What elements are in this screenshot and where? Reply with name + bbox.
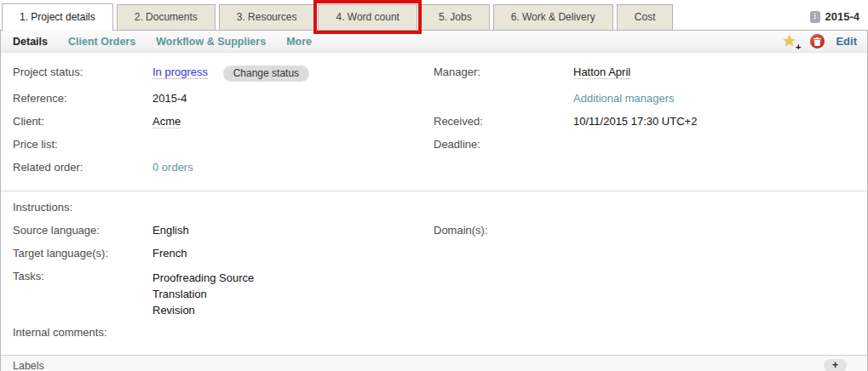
empty-value [573, 246, 855, 247]
tab-cost[interactable]: Cost [617, 4, 674, 30]
add-label-button[interactable]: + [824, 359, 847, 371]
empty-value [573, 200, 855, 201]
row-targetlang: Target language(s): French [13, 246, 855, 269]
row-client-received: Client: Acme Received: 10/11/2015 17:30 … [13, 114, 855, 137]
empty-value [573, 325, 855, 326]
source-language-label: Source language: [13, 223, 152, 237]
manager-label: Manager: [434, 65, 573, 78]
additional-managers-cell: Additional managers [573, 91, 855, 105]
subnav-workflow-suppliers[interactable]: Workflow & Suppliers [156, 36, 266, 48]
instructions-value [152, 200, 434, 201]
empty-label [434, 91, 573, 92]
row-tasks: Tasks: Proofreading Source Translation R… [13, 269, 855, 318]
empty-label [434, 325, 573, 326]
empty-label [434, 200, 573, 201]
price-list-value [152, 137, 434, 138]
target-languages-value: French [152, 246, 434, 260]
plus-overlay-icon: + [796, 43, 801, 51]
deadline-value [573, 137, 855, 138]
received-value: 10/11/2015 17:30 UTC+2 [573, 114, 855, 128]
tasks-list: Proofreading Source Translation Revision [152, 269, 434, 318]
client-cell: Acme [152, 114, 434, 128]
row-instructions: Instructions: [13, 200, 855, 223]
empty-label [434, 160, 573, 161]
favorite-star-add-icon[interactable]: ★+ [782, 33, 799, 49]
related-order-link[interactable]: 0 orders [152, 161, 193, 174]
related-order-label: Related order: [13, 160, 152, 174]
empty-value [573, 269, 855, 270]
change-status-button[interactable]: Change status [223, 66, 309, 82]
row-status-manager: Project status: In progress Change statu… [13, 65, 855, 91]
row-internal-comments: Internal comments: [13, 325, 855, 348]
row-reference-addmanagers: Reference: 2015-4 Additional managers [13, 91, 855, 114]
target-languages-label: Target language(s): [13, 246, 152, 260]
sub-navigation: Details Client Orders Workflow & Supplie… [1, 31, 867, 53]
task-item: Proofreading Source [152, 270, 434, 286]
tab-jobs[interactable]: 5. Jobs [421, 4, 490, 30]
main-container: Details Client Orders Workflow & Supplie… [0, 31, 868, 371]
tab-documents[interactable]: 2. Documents [117, 4, 216, 30]
reference-value: 2015-4 [152, 91, 434, 105]
edit-button[interactable]: Edit [836, 35, 857, 48]
delete-trash-icon[interactable] [810, 34, 825, 49]
subnav-actions: ★+ Edit [782, 33, 857, 49]
project-status-cell: In progress Change status [152, 65, 434, 82]
row-pricelist-deadline: Price list: Deadline: [13, 137, 855, 160]
instructions-label: Instructions: [13, 200, 152, 214]
project-status-label: Project status: [13, 65, 152, 78]
manager-cell: Hatton April [573, 65, 855, 78]
project-status-value[interactable]: In progress [152, 66, 208, 79]
deadline-label: Deadline: [434, 137, 573, 151]
info-icon: i [810, 11, 820, 23]
labels-title: Labels [13, 360, 44, 371]
tasks-label: Tasks: [13, 269, 152, 283]
internal-comments-value [152, 325, 434, 326]
domains-label: Domain(s): [434, 223, 573, 237]
internal-comments-label: Internal comments: [13, 325, 152, 339]
empty-label [434, 246, 573, 247]
row-sourcelang-domains: Source language: English Domain(s): [13, 223, 855, 246]
source-language-value: English [152, 223, 434, 237]
additional-managers-link[interactable]: Additional managers [573, 92, 675, 105]
task-item: Revision [152, 302, 434, 318]
tab-word-count[interactable]: 4. Word count [318, 4, 417, 30]
client-value[interactable]: Acme [152, 115, 181, 128]
related-order-cell: 0 orders [152, 160, 434, 174]
received-label: Received: [434, 114, 573, 128]
tab-project-details[interactable]: 1. Project details [2, 3, 113, 31]
manager-value[interactable]: Hatton April [573, 66, 630, 79]
project-reference-text: 2015-4 [825, 10, 859, 23]
row-related-order: Related order: 0 orders [13, 160, 855, 183]
price-list-label: Price list: [13, 137, 152, 151]
domains-value [573, 223, 855, 224]
task-item: Translation [152, 286, 434, 302]
reference-label: Reference: [13, 91, 152, 105]
section-divider [1, 191, 867, 191]
empty-label [434, 269, 573, 270]
subnav-details[interactable]: Details [13, 36, 48, 48]
subnav-client-orders[interactable]: Client Orders [68, 36, 135, 48]
details-panel: Project status: In progress Change statu… [1, 53, 867, 355]
tab-resources[interactable]: 3. Resources [219, 4, 315, 30]
subnav-more[interactable]: More [286, 36, 312, 48]
empty-value [573, 160, 855, 161]
labels-bar: Labels + [1, 355, 867, 371]
trash-glyph [813, 37, 821, 46]
tab-work-delivery[interactable]: 6. Work & Delivery [493, 4, 613, 30]
tab-bar: 1. Project details 2. Documents 3. Resou… [0, 0, 868, 31]
client-label: Client: [13, 114, 152, 128]
project-reference-badge: i 2015-4 [810, 10, 859, 23]
